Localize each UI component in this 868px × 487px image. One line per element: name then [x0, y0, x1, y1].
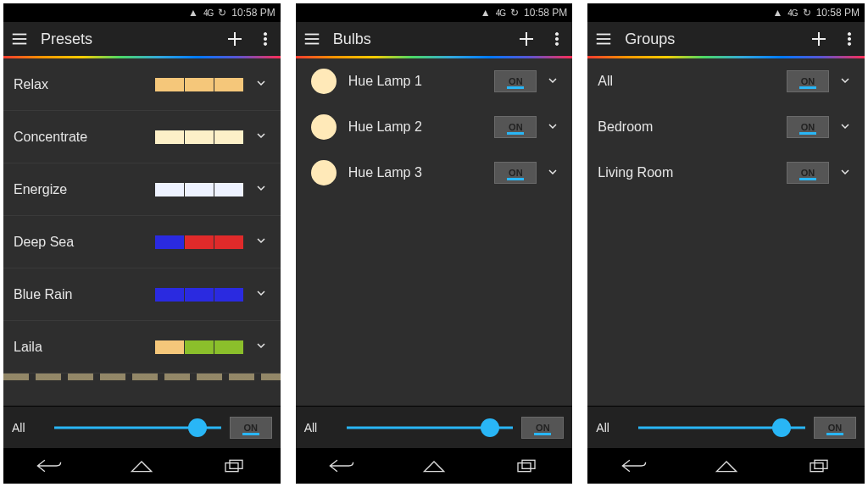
screen-presets: ▲ 4G ↻ 10:58 PM Presets Relax Concentrat…	[3, 3, 281, 484]
recents-button[interactable]	[793, 453, 844, 479]
svg-point-27	[848, 42, 850, 45]
chevron-down-icon[interactable]	[834, 119, 856, 136]
android-nav-bar	[3, 448, 281, 484]
page-title: Presets	[41, 30, 92, 48]
group-label: All	[598, 74, 613, 89]
preset-label: Concentrate	[14, 130, 87, 145]
preset-swatches	[155, 340, 243, 354]
preset-swatches	[155, 78, 243, 91]
preset-row[interactable]: Relax	[3, 58, 281, 111]
bulb-color-icon	[311, 114, 337, 140]
power-toggle[interactable]: ON	[494, 162, 537, 184]
wifi-icon: ▲	[481, 7, 491, 19]
power-toggle[interactable]: ON	[787, 116, 829, 138]
overflow-menu-icon[interactable]	[841, 30, 858, 47]
sync-icon: ↻	[510, 7, 519, 19]
android-nav-bar	[296, 448, 573, 484]
home-button[interactable]	[701, 453, 752, 479]
preset-row[interactable]: Blue Rain	[3, 268, 281, 321]
preset-swatches	[155, 183, 243, 196]
back-button[interactable]	[609, 453, 659, 479]
svg-rect-8	[225, 463, 238, 472]
preset-row[interactable]: Concentrate	[3, 111, 281, 163]
overflow-menu-icon[interactable]	[257, 30, 274, 47]
power-toggle[interactable]: ON	[787, 162, 829, 184]
svg-rect-19	[522, 460, 535, 468]
color-swatch	[214, 183, 243, 196]
brightness-slider[interactable]	[54, 416, 221, 440]
chevron-down-icon[interactable]	[250, 286, 272, 302]
svg-point-15	[556, 33, 559, 36]
chevron-down-icon[interactable]	[542, 119, 564, 136]
back-button[interactable]	[24, 453, 75, 479]
bulb-row[interactable]: Hue Lamp 3 ON	[296, 150, 573, 196]
preset-row[interactable]: Laila	[3, 321, 281, 374]
preset-label: Blue Rain	[14, 287, 72, 302]
preset-label: Deep Sea	[14, 235, 74, 250]
home-button[interactable]	[116, 453, 167, 479]
color-swatch	[155, 288, 184, 302]
add-button[interactable]	[516, 29, 537, 49]
sync-icon: ↻	[803, 7, 811, 19]
svg-point-7	[264, 42, 266, 45]
back-button[interactable]	[316, 453, 367, 479]
wifi-icon: ▲	[772, 7, 782, 19]
power-toggle[interactable]: ON	[787, 70, 829, 92]
menu-icon[interactable]	[10, 30, 29, 48]
group-row[interactable]: Living Room ON	[587, 150, 865, 196]
chevron-down-icon[interactable]	[250, 129, 272, 145]
action-bar: Bulbs	[296, 22, 573, 56]
svg-rect-9	[230, 460, 242, 468]
add-button[interactable]	[225, 29, 245, 49]
chevron-down-icon[interactable]	[250, 339, 272, 355]
svg-point-5	[264, 33, 266, 36]
chevron-down-icon[interactable]	[250, 76, 272, 92]
chevron-down-icon[interactable]	[250, 234, 272, 250]
bulb-row[interactable]: Hue Lamp 1 ON	[296, 58, 573, 104]
menu-icon[interactable]	[594, 30, 613, 48]
preset-row[interactable]: Energize	[3, 163, 281, 216]
menu-icon[interactable]	[303, 30, 321, 48]
add-button[interactable]	[809, 29, 829, 49]
color-swatch	[214, 235, 243, 249]
color-swatch	[185, 340, 214, 354]
action-bar: Groups	[587, 22, 865, 56]
group-row[interactable]: Bedroom ON	[587, 104, 865, 150]
master-power-toggle[interactable]: ON	[521, 417, 564, 439]
color-swatch	[214, 288, 243, 302]
chevron-down-icon[interactable]	[542, 165, 564, 181]
wifi-icon: ▲	[188, 7, 198, 19]
color-swatch	[185, 288, 214, 302]
svg-point-16	[556, 37, 559, 40]
bulb-row[interactable]: Hue Lamp 2 ON	[296, 104, 573, 150]
recents-button[interactable]	[209, 453, 259, 479]
preset-label: Relax	[14, 77, 48, 92]
power-toggle[interactable]: ON	[494, 70, 537, 92]
color-swatch	[185, 78, 214, 91]
overflow-menu-icon[interactable]	[548, 30, 565, 47]
power-toggle[interactable]: ON	[494, 116, 537, 138]
home-button[interactable]	[409, 453, 459, 479]
recents-button[interactable]	[501, 453, 552, 479]
color-swatch	[155, 78, 184, 91]
master-power-toggle[interactable]: ON	[230, 417, 272, 439]
sync-icon: ↻	[218, 7, 226, 19]
status-bar: ▲ 4G ↻ 10:58 PM	[3, 3, 281, 22]
screen-bulbs: ▲ 4G ↻ 10:58 PM Bulbs Hue Lamp 1 ON Hue …	[296, 3, 573, 484]
chevron-down-icon[interactable]	[834, 74, 856, 90]
brightness-slider[interactable]	[347, 416, 514, 440]
clock: 10:58 PM	[524, 7, 567, 19]
chevron-down-icon[interactable]	[542, 74, 564, 90]
svg-rect-29	[815, 460, 827, 468]
brightness-slider[interactable]	[638, 416, 805, 440]
chevron-down-icon[interactable]	[834, 165, 856, 181]
network-indicator: 4G	[496, 8, 505, 18]
color-swatch	[214, 130, 243, 144]
master-power-toggle[interactable]: ON	[814, 417, 856, 439]
svg-point-6	[264, 37, 266, 40]
chevron-down-icon[interactable]	[250, 181, 272, 197]
brightness-scope-label: All	[12, 421, 46, 434]
group-row[interactable]: All ON	[587, 58, 865, 104]
color-swatch	[155, 235, 184, 249]
preset-row[interactable]: Deep Sea	[3, 216, 281, 268]
